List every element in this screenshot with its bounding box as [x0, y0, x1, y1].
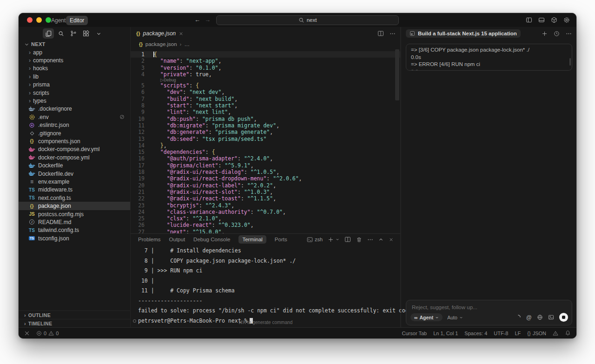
- cursor-cube-icon[interactable]: [551, 17, 557, 23]
- extensions-icon[interactable]: [80, 28, 92, 39]
- maximize-panel-icon[interactable]: [378, 237, 383, 242]
- history-icon[interactable]: [554, 31, 560, 37]
- agent-mode-selector[interactable]: ∞ Agent: [410, 313, 443, 321]
- code-line[interactable]: 20 "@radix-ui/react-label": "^2.0.2",: [131, 182, 400, 189]
- tree-item-package.json[interactable]: {}package.json: [19, 202, 130, 210]
- tab-package-json[interactable]: {} package.json: [131, 27, 189, 40]
- panel-tab-problems[interactable]: Problems: [138, 237, 161, 242]
- panel-tab-ports[interactable]: Ports: [275, 237, 287, 242]
- eol[interactable]: LF: [515, 331, 521, 336]
- warning-icon[interactable]: [553, 331, 558, 336]
- more-actions-icon[interactable]: [367, 237, 373, 243]
- tree-item-components[interactable]: ›components: [19, 56, 130, 64]
- panel-tab-output[interactable]: Output: [169, 237, 185, 242]
- tree-item-middleware.ts[interactable]: TSmiddleware.ts: [19, 186, 130, 194]
- tree-item-types[interactable]: ›types: [19, 97, 130, 105]
- code-line[interactable]: 11 "db:migrate": "prisma migrate dev",: [131, 122, 400, 129]
- close-panel-icon[interactable]: [389, 237, 394, 242]
- code-line[interactable]: 27 "next": "^15.0.0",: [131, 229, 400, 233]
- layout-sidebar-icon[interactable]: [526, 17, 532, 23]
- tree-item-next.config.ts[interactable]: TSnext.config.ts: [19, 194, 130, 202]
- split-editor-icon[interactable]: [377, 30, 384, 37]
- outline-section[interactable]: › OUTLINE: [19, 311, 130, 319]
- notifications-bell-icon[interactable]: [565, 330, 571, 336]
- chat-log[interactable]: => [3/6] COPY package.json package-lock.…: [406, 44, 572, 71]
- mention-icon[interactable]: @: [526, 314, 532, 321]
- minimize-window-button[interactable]: [36, 17, 42, 23]
- terminal[interactable]: 7 | # Install dependencies 8 | COPY pack…: [131, 246, 400, 327]
- tree-item-tailwind.config.ts[interactable]: TStailwind.config.ts: [19, 226, 130, 234]
- code-line[interactable]: 22 "@radix-ui/react-toast": "^1.1.5",: [131, 195, 400, 202]
- tree-item-lib[interactable]: ›lib: [19, 73, 130, 80]
- code-line[interactable]: 24 "class-variance-authority": "^0.7.0",: [131, 209, 400, 215]
- chevron-down-icon[interactable]: [93, 28, 104, 39]
- tree-item-prisma[interactable]: ›prisma: [19, 81, 130, 89]
- cursor-position[interactable]: Ln 1, Col 1: [433, 331, 458, 336]
- code-line[interactable]: 26 "lucide-react": "^0.323.0",: [131, 222, 400, 228]
- code-line[interactable]: 6 "dev": "next dev",: [131, 89, 400, 95]
- code-line[interactable]: 4 "private": true,: [131, 71, 400, 78]
- tree-item-.eslintrc.json[interactable]: .eslintrc.json: [19, 121, 130, 129]
- code-line[interactable]: 16 "@auth/prisma-adapter": "^2.4.0",: [131, 155, 400, 162]
- tree-item-.env[interactable]: .env: [19, 113, 130, 121]
- tree-item-postcss.config.mjs[interactable]: JSpostcss.config.mjs: [19, 210, 130, 218]
- tree-item-.dockerignore[interactable]: .dockerignore: [19, 105, 130, 113]
- explorer-icon[interactable]: [43, 28, 54, 39]
- split-terminal-icon[interactable]: [344, 236, 351, 243]
- stop-button[interactable]: [559, 313, 568, 322]
- code-line[interactable]: 23 "bcryptjs": "^2.4.3",: [131, 202, 400, 209]
- kill-terminal-icon[interactable]: [356, 237, 362, 243]
- code-line[interactable]: 8 "start": "next start",: [131, 102, 400, 109]
- cursor-tab-status[interactable]: Cursor Tab: [402, 331, 427, 336]
- image-icon[interactable]: [548, 314, 554, 320]
- layout-panel-icon[interactable]: [538, 17, 545, 23]
- code-line[interactable]: 14 },: [131, 142, 400, 149]
- close-window-button[interactable]: [27, 17, 33, 23]
- tree-item-tsconfig.json[interactable]: TStsconfig.json: [19, 234, 130, 242]
- code-line[interactable]: 15 "dependencies": {: [131, 149, 400, 155]
- breadcrumb[interactable]: {} package.json › …: [131, 40, 400, 48]
- explorer-root[interactable]: NEXT: [19, 40, 130, 48]
- code-line[interactable]: 12 "db:generate": "prisma generate",: [131, 129, 400, 135]
- tree-item-hooks[interactable]: ›hooks: [19, 65, 130, 73]
- tab-editor[interactable]: Editor: [66, 16, 88, 25]
- code-line[interactable]: 18 "@radix-ui/react-dialog": "^1.0.5",: [131, 169, 400, 175]
- code-line[interactable]: 13 "db:seed": "tsx prisma/seed.ts": [131, 136, 400, 142]
- terminal-shell-selector[interactable]: zsh: [307, 237, 323, 243]
- breadcrumb-file[interactable]: package.json: [145, 41, 177, 47]
- code-line[interactable]: 1{: [131, 51, 400, 58]
- chat-tab[interactable]: Build a full-stack Next.js 15 applicatio…: [406, 29, 521, 38]
- tree-item-scripts[interactable]: ›scripts: [19, 89, 130, 97]
- more-actions-icon[interactable]: [390, 31, 396, 37]
- code-line[interactable]: 5 "scripts": {: [131, 82, 400, 89]
- code-line[interactable]: 7 "build": "next build",: [131, 96, 400, 102]
- settings-gear-icon[interactable]: [563, 17, 570, 23]
- back-button[interactable]: ←: [194, 16, 200, 23]
- code-line[interactable]: 2 "name": "next-app",: [131, 58, 400, 64]
- breadcrumb-symbol[interactable]: …: [184, 41, 190, 47]
- encoding[interactable]: UTF-8: [494, 331, 508, 336]
- codelens-debug[interactable]: ▷Debug: [131, 78, 400, 82]
- chat-log-scrollbar[interactable]: [569, 58, 571, 66]
- remote-icon[interactable]: [24, 331, 30, 336]
- tree-item-docker-compose.dev.yml[interactable]: docker-compose.dev.yml: [19, 146, 130, 153]
- language-mode[interactable]: {}JSON: [527, 331, 546, 336]
- search-icon[interactable]: [55, 28, 66, 39]
- problems-indicator[interactable]: 0 0: [36, 331, 59, 336]
- timeline-section[interactable]: › TIMELINE: [19, 319, 130, 327]
- web-icon[interactable]: [537, 314, 543, 320]
- panel-tab-debug-console[interactable]: Debug Console: [193, 237, 230, 242]
- tree-item-Dockerfile.dev[interactable]: Dockerfile.dev: [19, 170, 130, 178]
- tree-item-app[interactable]: ›app: [19, 48, 130, 56]
- code-line[interactable]: 25 "clsx": "^2.1.0",: [131, 215, 400, 222]
- code-line[interactable]: 10 "db:push": "prisma db push",: [131, 116, 400, 122]
- new-terminal-button[interactable]: [328, 237, 339, 243]
- more-actions-icon[interactable]: [566, 31, 572, 37]
- tree-item-Dockerfile[interactable]: Dockerfile: [19, 161, 130, 169]
- code-line[interactable]: 17 "@prisma/client": "^5.9.1",: [131, 162, 400, 169]
- editor-scrollbar[interactable]: [395, 49, 399, 100]
- model-selector[interactable]: Auto: [447, 315, 463, 320]
- code-line[interactable]: 3 "version": "0.1.0",: [131, 65, 400, 71]
- code-editor[interactable]: 1{2 "name": "next-app",3 "version": "0.1…: [131, 48, 400, 233]
- code-line[interactable]: 19 "@radix-ui/react-dropdown-menu": "^2.…: [131, 175, 400, 182]
